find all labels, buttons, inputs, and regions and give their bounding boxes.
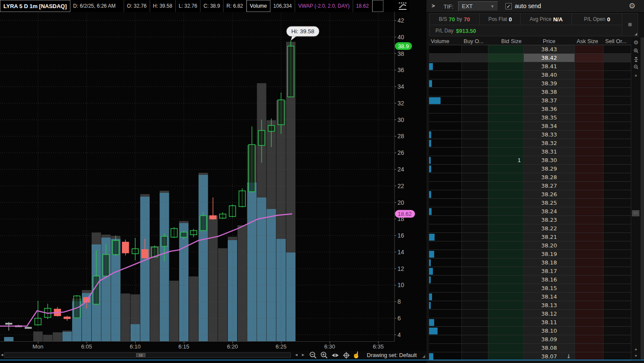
sell-order-cell[interactable]: [603, 344, 631, 352]
sell-order-cell[interactable]: [603, 113, 631, 122]
bid-size-cell[interactable]: [488, 165, 524, 173]
ask-size-cell[interactable]: [575, 199, 603, 207]
price-cell[interactable]: 38.13: [524, 301, 575, 309]
bid-size-cell[interactable]: [488, 148, 524, 156]
sell-order-cell[interactable]: [603, 207, 631, 215]
bid-size-cell[interactable]: [488, 105, 524, 113]
ladder-volume-cell[interactable]: [429, 224, 462, 232]
price-cell[interactable]: 38.16: [524, 276, 575, 284]
ladder-row[interactable]: 38.20: [429, 241, 631, 250]
ladder-row[interactable]: 38.32: [429, 139, 631, 148]
ladder-row[interactable]: 38.23: [429, 216, 631, 224]
price-cell[interactable]: 38.40: [524, 71, 575, 79]
ladder-volume-cell[interactable]: [429, 54, 462, 62]
bid-size-cell[interactable]: [488, 250, 524, 258]
buy-order-cell[interactable]: [462, 199, 488, 207]
ladder-row[interactable]: 38.41: [429, 62, 631, 71]
scroll-down-icon[interactable]: ▼: [631, 354, 641, 358]
ladder-volume-cell[interactable]: [429, 156, 462, 164]
price-cell[interactable]: 38.20: [524, 241, 575, 250]
ask-size-cell[interactable]: [575, 139, 603, 147]
ladder-row[interactable]: 38.09: [429, 335, 631, 344]
ask-size-cell[interactable]: [575, 224, 603, 232]
ladder-volume-cell[interactable]: [429, 199, 462, 207]
bid-size-cell[interactable]: [488, 139, 524, 147]
ladder-row[interactable]: 38.43: [429, 45, 631, 54]
price-cell[interactable]: 38.18: [524, 258, 575, 267]
price-cell[interactable]: 38.34: [524, 122, 575, 130]
pan-mode-icon[interactable]: [331, 351, 339, 360]
price-cell[interactable]: 38.12: [524, 310, 575, 318]
sell-order-cell[interactable]: [603, 224, 631, 232]
buy-order-cell[interactable]: [462, 139, 488, 147]
buy-order-cell[interactable]: [462, 165, 488, 173]
buy-order-cell[interactable]: [462, 335, 488, 343]
chart-hscrollbar[interactable]: ▮▮: [4, 352, 291, 358]
ladder-volume-cell[interactable]: [429, 190, 462, 198]
ask-size-cell[interactable]: [575, 284, 603, 292]
bid-size-cell[interactable]: [488, 45, 524, 53]
bid-size-cell[interactable]: [488, 79, 524, 87]
price-cell[interactable]: 38.09: [524, 335, 575, 343]
ladder-volume-cell[interactable]: [429, 301, 462, 309]
bid-size-cell[interactable]: [488, 310, 524, 318]
bid-size-cell[interactable]: [488, 301, 524, 309]
buy-order-cell[interactable]: [462, 301, 488, 309]
gear-icon[interactable]: ⚙: [629, 1, 635, 11]
price-cell[interactable]: 38.10: [524, 327, 575, 335]
bid-size-cell[interactable]: [488, 71, 524, 79]
sell-order-cell[interactable]: [603, 122, 631, 130]
buy-order-cell[interactable]: [462, 276, 488, 284]
ladder-scrollbar-track[interactable]: [641, 38, 644, 360]
ask-size-cell[interactable]: [575, 276, 603, 284]
zoom-in-icon[interactable]: [320, 351, 328, 360]
scroll-up-icon[interactable]: ▲: [631, 73, 641, 77]
sell-order-cell[interactable]: [603, 173, 631, 181]
buy-order-cell[interactable]: [462, 122, 488, 130]
price-cell[interactable]: 38.24: [524, 207, 575, 215]
bid-size-cell[interactable]: [488, 122, 524, 130]
ladder-row[interactable]: 38.42: [429, 54, 631, 62]
price-cell[interactable]: 38.33: [524, 131, 575, 139]
bid-size-cell[interactable]: [488, 182, 524, 190]
sell-order-cell[interactable]: [603, 182, 631, 190]
buy-order-cell[interactable]: [462, 250, 488, 258]
resize-corner-icon[interactable]: [635, 33, 637, 35]
ladder-column-header[interactable]: Bid Size: [488, 38, 524, 45]
ladder-volume-cell[interactable]: [429, 250, 462, 258]
ladder-volume-cell[interactable]: [429, 335, 462, 343]
sell-order-cell[interactable]: [603, 79, 631, 87]
ladder-volume-cell[interactable]: [429, 182, 462, 190]
ladder-row[interactable]: 38.11: [429, 318, 631, 327]
ladder-volume-cell[interactable]: [429, 173, 462, 181]
ladder-volume-cell[interactable]: [429, 113, 462, 122]
sell-order-cell[interactable]: [603, 165, 631, 173]
bid-size-cell[interactable]: [488, 131, 524, 139]
buy-order-cell[interactable]: [462, 54, 488, 62]
ladder-volume-cell[interactable]: [429, 233, 462, 241]
sell-order-cell[interactable]: [603, 284, 631, 292]
buy-order-cell[interactable]: [462, 173, 488, 181]
sell-order-cell[interactable]: [603, 250, 631, 258]
ladder-column-header[interactable]: Buy O...: [462, 38, 488, 45]
buy-order-cell[interactable]: [462, 258, 488, 267]
price-cell[interactable]: 38.26: [524, 190, 575, 198]
price-cell[interactable]: 38.28: [524, 173, 575, 181]
sell-order-cell[interactable]: [603, 233, 631, 241]
price-cell[interactable]: 38.36: [524, 105, 575, 113]
buy-order-cell[interactable]: [462, 344, 488, 352]
ladder-volume-cell[interactable]: [429, 216, 462, 224]
ladder-volume-cell[interactable]: [429, 293, 462, 301]
sell-order-cell[interactable]: [603, 276, 631, 284]
buy-order-cell[interactable]: [462, 79, 488, 87]
ask-size-cell[interactable]: [575, 241, 603, 250]
ladder-row[interactable]: 38.36: [429, 105, 631, 113]
sell-order-cell[interactable]: [603, 258, 631, 267]
buy-order-cell[interactable]: [462, 293, 488, 301]
ladder-row[interactable]: 138.30: [429, 156, 631, 165]
sell-order-cell[interactable]: [603, 335, 631, 343]
ladder-row[interactable]: 38.12: [429, 310, 631, 318]
buy-order-cell[interactable]: [462, 233, 488, 241]
bid-size-cell[interactable]: [488, 267, 524, 275]
ask-size-cell[interactable]: [575, 88, 603, 96]
